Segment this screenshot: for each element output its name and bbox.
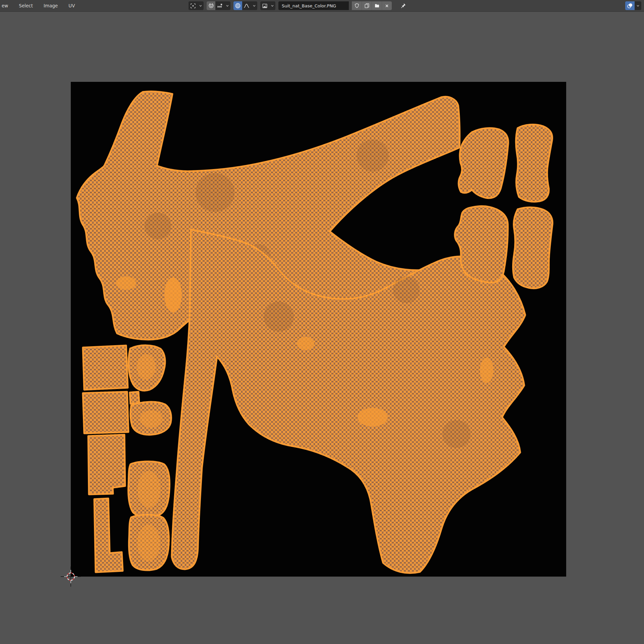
pin-icon [400,3,406,9]
uv-island-boot-nub[interactable] [130,392,139,404]
uv-island-cuff-upper-left[interactable] [459,128,508,198]
image-icon [262,3,268,9]
snap-dropdown[interactable] [224,1,230,10]
snap-group [207,1,230,10]
pivot-point-group [189,1,204,10]
uv-editor-header: ew Select Image UV [0,0,644,12]
new-image-button[interactable] [362,1,372,10]
uv-island-boot-rect-2[interactable] [83,392,128,433]
uv-island-boot-blob-2[interactable] [130,402,171,435]
falloff-dropdown[interactable] [251,1,257,10]
proportional-editing-toggle[interactable] [233,1,242,10]
folder-icon [374,3,380,8]
overlays-dropdown[interactable] [635,1,641,10]
image-dropdown[interactable] [269,1,275,10]
pivot-point-button[interactable] [189,1,197,10]
uv-island-boot-square-3[interactable] [88,435,125,494]
unlink-image-button[interactable] [382,1,392,10]
chevron-down-icon [636,4,640,8]
menu-image[interactable]: Image [43,2,59,9]
falloff-curve-icon [244,3,250,9]
menu-bar: ew Select Image UV [1,0,76,11]
uv-editor-canvas[interactable] [0,11,644,644]
menu-select[interactable]: Select [18,2,34,9]
image-datablock-buttons [352,1,392,10]
proportional-editing-icon [235,3,241,9]
browse-image-button[interactable] [260,1,269,10]
new-image-icon [364,3,370,8]
snap-increment-icon [217,3,223,9]
overlays-group [625,1,641,10]
close-x-icon [384,3,389,8]
uv-island-boot-capsule-2[interactable] [129,515,169,570]
chevron-down-icon [252,4,256,8]
chevron-down-icon [199,4,203,8]
fake-user-button[interactable] [352,1,362,10]
chevron-down-icon [225,4,229,8]
uv-island-boot-L-strip[interactable] [94,498,123,572]
image-browse-group [260,1,275,10]
chevron-down-icon [270,4,274,8]
magnet-icon [208,3,214,9]
blender-uv-editor: { "header": { "menus": [ {"label": "ew"}… [0,0,644,644]
texture-image-area[interactable] [71,82,566,577]
uv-island-cuff-lower-right[interactable] [513,207,552,288]
overlays-icon [627,3,633,9]
pin-image-button[interactable] [399,1,408,10]
uv-island-boot-rect-1[interactable] [83,345,128,390]
snap-toggle[interactable] [207,1,215,10]
cursor-2d[interactable] [60,566,82,587]
pivot-point-dropdown[interactable] [197,1,204,10]
uv-islands-layer [71,82,566,577]
open-image-button[interactable] [372,1,382,10]
menu-view[interactable]: ew [1,2,9,9]
uv-island-cuff-upper-right[interactable] [516,124,552,202]
proportional-edit-group [233,1,257,10]
menu-uv[interactable]: UV [67,2,76,9]
header-toolbar: Suit_nat_Base_Color.PNG [189,1,408,10]
falloff-curve-button[interactable] [242,1,251,10]
overlays-toggle[interactable] [625,1,635,10]
image-name-field[interactable]: Suit_nat_Base_Color.PNG [278,1,349,10]
pivot-point-icon [190,3,196,9]
uv-island-boot-capsule-1[interactable] [128,462,170,517]
snap-target-button[interactable] [215,1,224,10]
uv-island-boot-blob-1[interactable] [128,345,165,390]
shield-icon [354,3,360,8]
